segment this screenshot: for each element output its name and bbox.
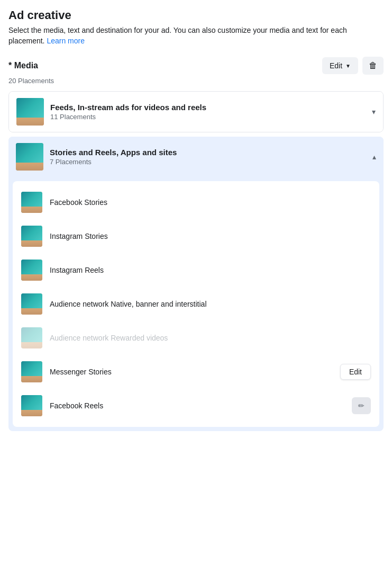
ig-stories-name: Instagram Stories [50,232,371,240]
stories-collapse-icon: ▴ [372,153,376,161]
ig-reels-name: Instagram Reels [50,266,371,274]
list-item: Audience network Native, banner and inte… [13,287,379,321]
placement-group-stories-header[interactable]: Stories and Reels, Apps and sites 7 Plac… [8,137,384,177]
messenger-stories-edit-button[interactable]: Edit [340,364,371,380]
audience-native-thumbnail-image [21,293,42,315]
feeds-thumbnail [16,98,44,126]
list-item: Instagram Stories [13,219,379,253]
list-item: Instagram Reels [13,253,379,287]
list-item: Facebook Reels ✏ [13,389,379,423]
learn-more-link[interactable]: Learn more [47,37,85,45]
trash-icon: 🗑 [369,61,377,70]
fb-stories-thumbnail [21,192,42,213]
list-item: Audience network Rewarded videos [13,321,379,355]
ig-reels-thumbnail-image [21,260,42,281]
stories-expanded-content: Facebook Stories Instagram Stories Insta… [13,181,379,427]
stories-thumbnail [16,143,43,171]
audience-rewarded-thumbnail [21,327,42,348]
media-delete-button[interactable]: 🗑 [362,57,384,75]
fb-reels-edit-button[interactable]: ✏ [352,397,371,414]
edit-chevron-icon: ▼ [345,63,351,69]
fb-reels-thumbnail [21,395,42,416]
page-title: Ad creative [8,8,384,22]
ig-stories-thumbnail-image [21,226,42,247]
stories-placements-count: 7 Placements [50,158,368,166]
feeds-placements-count: 11 Placements [50,113,368,121]
ig-reels-thumbnail [21,260,42,281]
messenger-stories-thumbnail [21,361,42,382]
page-description: Select the media, text and destination f… [8,25,384,46]
audience-native-name: Audience network Native, banner and inte… [50,300,371,308]
ig-stories-thumbnail [21,226,42,247]
placement-group-feeds: Feeds, In-stream ads for videos and reel… [8,91,384,132]
total-placements: 20 Placements [8,77,384,85]
media-header: * Media Edit ▼ 🗑 [8,57,384,75]
media-edit-button[interactable]: Edit ▼ [322,57,358,74]
fb-stories-thumbnail-image [21,192,42,213]
media-edit-label: Edit [330,61,342,70]
list-item: Messenger Stories Edit [13,355,379,389]
placement-group-stories: Stories and Reels, Apps and sites 7 Plac… [8,137,384,431]
placement-group-feeds-header[interactable]: Feeds, In-stream ads for videos and reel… [9,92,383,132]
stories-thumbnail-image [16,143,43,171]
messenger-stories-thumbnail-image [21,361,42,382]
media-actions: Edit ▼ 🗑 [322,57,384,75]
pencil-icon: ✏ [358,401,364,410]
messenger-stories-name: Messenger Stories [50,368,340,376]
feeds-collapse-icon: ▾ [372,108,376,116]
fb-reels-thumbnail-image [21,395,42,416]
stories-group-info: Stories and Reels, Apps and sites 7 Plac… [50,148,368,166]
feeds-group-info: Feeds, In-stream ads for videos and reel… [50,103,368,121]
stories-group-name: Stories and Reels, Apps and sites [50,148,368,157]
feeds-group-name: Feeds, In-stream ads for videos and reel… [50,103,368,112]
fb-stories-name: Facebook Stories [50,198,371,207]
audience-rewarded-thumbnail-image [21,327,42,348]
audience-native-thumbnail [21,293,42,315]
media-label: * Media [8,61,38,70]
fb-reels-name: Facebook Reels [50,401,352,410]
list-item: Facebook Stories [13,185,379,219]
feeds-thumbnail-image [16,98,44,126]
audience-rewarded-name: Audience network Rewarded videos [50,334,371,342]
